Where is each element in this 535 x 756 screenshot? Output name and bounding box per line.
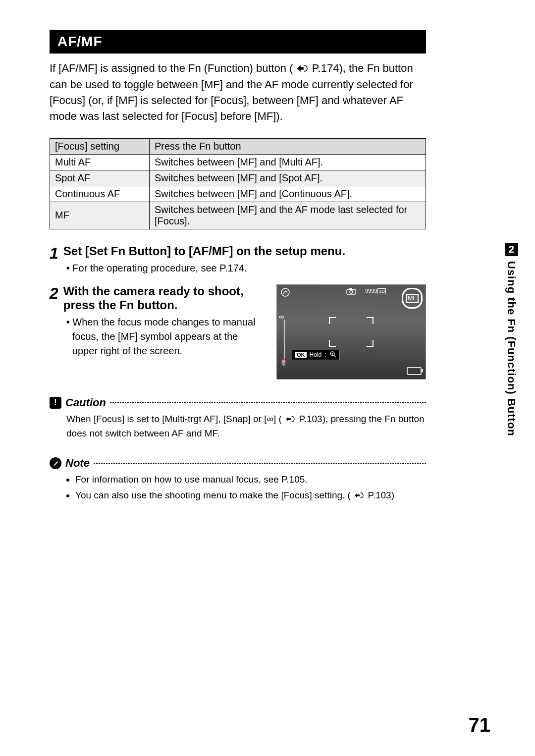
note-body: For information on how to use manual foc… [50,473,426,502]
mf-indicator: MF [399,288,423,306]
cell-focus: Spot AF [50,170,150,186]
cell-focus: MF [50,202,150,229]
note-text-b: ) [391,490,394,500]
caution-text-a: When [Focus] is set to [Multi-trgt AF], … [66,414,282,424]
step-number: 2 [50,285,58,301]
arrow-icon: : [324,351,326,358]
pointer-icon [354,489,364,503]
table-header-row: [Focus] setting Press the Fn button [50,138,426,154]
caution-icon: ! [50,397,61,409]
intro-paragraph: If [AF/MF] is assigned to the Fn (Functi… [50,60,426,124]
note-page-ref: P.103 [368,490,391,500]
macro-icon: 🌷 [280,359,287,366]
focus-settings-table: [Focus] setting Press the Fn button Mult… [50,138,426,229]
note-item: For information on how to use manual foc… [75,473,426,486]
chapter-label: Using the Fn (Function) Button [505,261,518,436]
handshake-icon [281,288,290,298]
section-title: AF/MF [50,30,426,54]
ok-hold-bar: OK Hold : [292,350,340,360]
magnify-icon [329,351,336,359]
note-text-a: You can also use the shooting menu to ma… [75,490,351,500]
table-row: Spot AF Switches between [MF] and [Spot … [50,170,426,186]
side-chapter-tab: 2 Using the Fn (Function) Button [505,243,518,436]
step-number: 1 [50,245,58,261]
step-bullet-text: For the operating procedure, see P.174. [72,263,247,273]
cell-action: Switches between [MF] and the AF mode la… [150,202,426,229]
note-block: Note For information on how to use manua… [50,457,426,502]
note-item: You can also use the shooting menu to ma… [75,488,426,503]
camera-icon [346,288,356,296]
note-title: Note [65,457,90,470]
pointer-icon [297,61,308,77]
infinity-icon: ∞ [279,313,284,321]
intro-text-a: If [AF/MF] is assigned to the Fn (Functi… [50,62,293,74]
svg-point-2 [350,290,353,293]
table-header-focus: [Focus] setting [50,138,150,154]
count-value: 9999 [365,288,377,294]
focus-distance-scale: ∞ 🌷 [281,320,288,359]
table-row: Continuous AF Switches between [MF] and … [50,186,426,202]
step-bullet: • When the focus mode changes to manual … [63,315,262,358]
manual-page: AF/MF If [AF/MF] is assigned to the Fn (… [0,0,535,756]
note-icon [50,457,61,469]
caution-page-ref: P.103 [299,414,322,424]
mf-label: MF [406,294,418,303]
caution-title: Caution [65,396,106,409]
step-heading: Set [Set Fn Button] to [AF/MF] on the se… [63,244,426,258]
af-frame [329,317,374,347]
cell-focus: Continuous AF [50,186,150,202]
caution-block: ! Caution When [Focus] is set to [Multi-… [50,396,426,440]
cell-action: Switches between [MF] and [Multi AF]. [150,154,426,170]
battery-icon [407,367,422,375]
page-number: 71 [469,714,491,736]
step-bullet: • For the operating procedure, see P.174… [63,261,426,275]
step-2: 2 With the camera ready to shoot, press … [50,284,426,379]
step-1: 1 Set [Set Fn Button] to [AF/MF] on the … [50,244,426,275]
cell-focus: Multi AF [50,154,150,170]
svg-point-0 [281,288,289,296]
table-header-action: Press the Fn button [150,138,426,154]
dash-line [94,463,426,464]
camera-lcd-preview: 9999SD MF ∞ 🌷 [276,284,426,379]
table-row: MF Switches between [MF] and the AF mode… [50,202,426,229]
ok-label: OK [295,352,307,358]
step-heading: With the camera ready to shoot, press th… [63,284,262,312]
sd-icon: SD [377,288,386,294]
shots-remaining: 9999SD [365,288,386,294]
hold-label: Hold [310,351,322,358]
intro-page-ref: P.174 [312,62,339,74]
dash-line [110,402,426,403]
svg-rect-3 [349,288,352,290]
table-row: Multi AF Switches between [MF] and [Mult… [50,154,426,170]
step-bullet-text: When the focus mode changes to manual fo… [72,317,256,356]
cell-action: Switches between [MF] and [Spot AF]. [150,170,426,186]
chapter-number: 2 [505,243,518,256]
cell-action: Switches between [MF] and [Continuous AF… [150,186,426,202]
pointer-icon [285,413,295,427]
caution-body: When [Focus] is set to [Multi-trgt AF], … [50,412,426,440]
